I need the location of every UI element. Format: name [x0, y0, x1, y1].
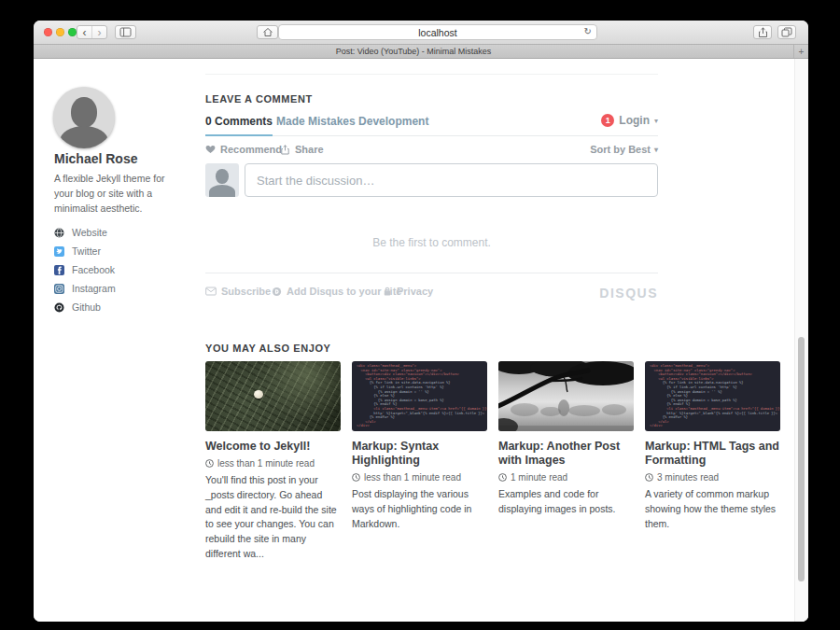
- twitter-icon: [54, 246, 64, 257]
- chevron-down-icon: ▾: [654, 146, 658, 154]
- instagram-icon: [54, 284, 64, 294]
- history-nav: ‹ ›: [77, 25, 107, 39]
- avatar-silhouette: [71, 97, 97, 128]
- post-title-link[interactable]: Markup: Syntax Highlighting: [352, 440, 487, 468]
- privacy-label: Privacy: [397, 286, 433, 297]
- subscribe-label: Subscribe: [221, 286, 271, 297]
- browser-toolbar: ‹ › localhost ↻: [34, 21, 808, 45]
- author-links: Website Twitter Facebook Instagram Githu…: [54, 223, 116, 316]
- comments-section-title: LEAVE A COMMENT: [205, 93, 313, 105]
- author-bio: A flexible Jekyll theme for your blog or…: [54, 172, 183, 216]
- back-button[interactable]: ‹: [77, 26, 91, 38]
- login-label: Login: [619, 114, 650, 127]
- author-link-label: Github: [72, 301, 101, 313]
- author-link-instagram[interactable]: Instagram: [54, 279, 116, 298]
- related-card: <div class="masthead__menu"> <nav id="si…: [645, 361, 780, 562]
- notification-badge: 1: [601, 114, 614, 127]
- clock-icon: [352, 473, 360, 482]
- sort-by-button[interactable]: Sort by Best ▾: [590, 144, 658, 155]
- scrollbar-thumb[interactable]: [798, 337, 805, 581]
- disqus-logo[interactable]: DISQUS: [599, 286, 658, 301]
- read-time: less than 1 minute read: [364, 472, 461, 483]
- forward-button[interactable]: ›: [91, 26, 106, 38]
- heart-icon: [205, 145, 216, 154]
- post-excerpt: Post displaying the various ways of high…: [352, 487, 487, 531]
- author-link-label: Facebook: [72, 264, 115, 275]
- related-card: Markup: Another Post with Images 1 minut…: [498, 361, 634, 562]
- post-thumbnail-foggy-tree[interactable]: [498, 361, 634, 431]
- disqus-footer: Subscribe Add Disqus to your site Privac…: [205, 286, 658, 302]
- share-arrow-icon: [280, 145, 290, 155]
- globe-icon: [54, 228, 64, 238]
- share-comments-button[interactable]: Share: [280, 144, 324, 155]
- author-link-facebook[interactable]: Facebook: [54, 260, 116, 279]
- sidebar-icon: [119, 27, 132, 37]
- chevron-down-icon: ▾: [654, 117, 658, 125]
- tab-bar: Post: Video (YouTube) - Minimal Mistakes…: [34, 45, 808, 59]
- code-thumbnail[interactable]: <div class="masthead__menu"> <nav id="si…: [352, 361, 487, 431]
- url-text: localhost: [418, 27, 456, 38]
- author-name: Michael Rose: [54, 151, 137, 166]
- post-title-link[interactable]: Welcome to Jekyll!: [205, 440, 341, 454]
- disqus-divider: [205, 273, 658, 273]
- author-link-label: Instagram: [72, 283, 116, 294]
- comment-input[interactable]: [245, 163, 658, 197]
- code-thumbnail[interactable]: <div class="masthead__menu"> <nav id="si…: [645, 361, 780, 431]
- related-posts: Welcome to Jekyll! less than 1 minute re…: [205, 361, 795, 562]
- post-excerpt: Examples and code for displaying images …: [498, 487, 634, 517]
- author-link-github[interactable]: Github: [54, 298, 116, 316]
- sidebar-toggle-button[interactable]: [115, 25, 136, 39]
- address-bar[interactable]: localhost ↻: [278, 24, 597, 40]
- composer-avatar: [205, 163, 239, 197]
- github-icon: [54, 302, 64, 313]
- subscribe-link[interactable]: Subscribe: [205, 286, 271, 297]
- share-icon: [758, 27, 768, 38]
- lock-icon: [383, 287, 392, 297]
- post-meta: less than 1 minute read: [352, 472, 487, 483]
- related-card: Welcome to Jekyll! less than 1 minute re…: [205, 361, 341, 562]
- facebook-icon: [54, 265, 64, 275]
- share-button[interactable]: [753, 25, 772, 39]
- related-section-title: YOU MAY ALSO ENJOY: [205, 343, 330, 354]
- close-button[interactable]: [44, 28, 52, 36]
- zoom-button[interactable]: [68, 28, 77, 36]
- related-card: <div class="masthead__menu"> <nav id="si…: [352, 361, 487, 562]
- disqus-nav: 0 Comments Made Mistakes Development 1 L…: [205, 115, 658, 136]
- tab-overview-icon: [781, 27, 792, 37]
- clock-icon: [645, 473, 653, 482]
- active-tab[interactable]: Post: Video (YouTube) - Minimal Mistakes: [34, 45, 793, 58]
- article-divider: [205, 74, 658, 75]
- post-meta: 1 minute read: [498, 472, 634, 483]
- comment-count-tab[interactable]: 0 Comments: [205, 115, 273, 136]
- new-tab-button[interactable]: +: [793, 45, 808, 58]
- author-link-twitter[interactable]: Twitter: [54, 242, 116, 260]
- read-time: 3 minutes read: [657, 472, 719, 483]
- minimize-button[interactable]: [56, 28, 64, 36]
- read-time: less than 1 minute read: [217, 458, 315, 469]
- home-icon: [262, 27, 273, 37]
- recommend-button[interactable]: Recommend: [205, 144, 282, 155]
- foggy-tree-image: [498, 361, 634, 431]
- sort-label: Sort by Best: [590, 144, 651, 155]
- empty-comments-message: Be the first to comment.: [205, 236, 658, 249]
- clock-icon: [205, 459, 214, 468]
- author-avatar: [53, 87, 115, 148]
- author-link-label: Website: [72, 227, 107, 238]
- browser-window: ‹ › localhost ↻ Post: Video (YouTube) - …: [34, 21, 808, 622]
- post-excerpt: You'll find this post in your _posts dir…: [205, 473, 341, 562]
- tab-overview-button[interactable]: [777, 25, 796, 39]
- post-title-link[interactable]: Markup: Another Post with Images: [498, 440, 634, 468]
- author-link-label: Twitter: [72, 245, 101, 257]
- disqus-actions: Recommend Share Sort by Best ▾: [205, 144, 658, 159]
- home-button[interactable]: [257, 25, 278, 39]
- post-excerpt: A variety of common markup showing how t…: [645, 487, 780, 531]
- disqus-icon: [272, 287, 282, 297]
- post-title-link[interactable]: Markup: HTML Tags and Formatting: [645, 440, 780, 468]
- post-thumbnail-moss[interactable]: [205, 361, 341, 431]
- community-tab[interactable]: Made Mistakes Development: [276, 115, 428, 128]
- author-link-website[interactable]: Website: [54, 223, 116, 242]
- login-button[interactable]: 1 Login ▾: [601, 114, 658, 127]
- privacy-link[interactable]: Privacy: [383, 286, 433, 297]
- scrollbar-track[interactable]: [794, 59, 808, 622]
- reload-button[interactable]: ↻: [584, 26, 592, 36]
